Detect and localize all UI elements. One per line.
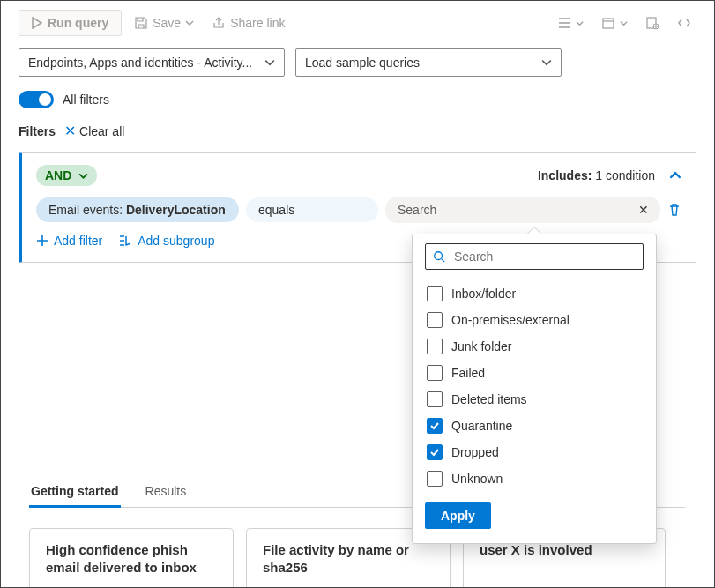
value-picker-popup: Inbox/folderOn-premises/externalJunk fol… [412, 234, 657, 544]
query-card[interactable]: High confidence phish email delivered to… [29, 528, 234, 588]
chevron-down-icon [185, 19, 194, 27]
list-view-button[interactable] [552, 12, 589, 33]
add-filter-button[interactable]: Add filter [36, 234, 102, 248]
share-label: Share link [230, 16, 285, 30]
add-filter-label: Add filter [54, 234, 102, 248]
checkbox[interactable] [427, 391, 443, 407]
apply-button[interactable]: Apply [425, 502, 491, 529]
popup-search-box[interactable] [425, 243, 644, 270]
svg-point-3 [435, 252, 443, 260]
chevron-down-icon [576, 19, 584, 27]
operator-label: AND [45, 168, 71, 182]
checkbox[interactable] [427, 365, 443, 381]
sample-queries-dropdown[interactable]: Load sample queries [295, 48, 562, 77]
popup-option[interactable]: Deleted items [425, 386, 644, 413]
new-query-icon [645, 16, 659, 30]
option-label: Deleted items [451, 392, 527, 406]
scope-dropdown[interactable]: Endpoints, Apps and identities - Activit… [19, 48, 285, 77]
option-label: Dropped [451, 445, 499, 459]
clear-value-button[interactable]: ✕ [634, 200, 653, 220]
new-query-button[interactable] [640, 12, 665, 33]
save-button[interactable]: Save [129, 12, 199, 33]
code-button[interactable] [672, 12, 696, 33]
all-filters-row: All filters [1, 87, 714, 117]
close-icon: ✕ [64, 123, 76, 139]
checkbox[interactable] [427, 312, 443, 328]
filter-field-pill[interactable]: Email events: DeliveryLocation [36, 197, 239, 222]
tab-getting-started[interactable]: Getting started [29, 477, 121, 508]
popup-option[interactable]: On-premises/external [425, 307, 644, 333]
filter-operator-pill[interactable]: equals [246, 197, 378, 222]
filter-value-placeholder: Search [398, 203, 436, 217]
all-filters-label: All filters [63, 93, 109, 107]
option-label: Junk folder [451, 339, 511, 354]
search-icon [433, 250, 445, 263]
popup-option[interactable]: Inbox/folder [425, 280, 644, 307]
subgroup-icon [118, 234, 132, 247]
all-filters-toggle[interactable] [19, 91, 54, 108]
chevron-down-icon [78, 171, 88, 181]
calendar-button[interactable] [596, 12, 633, 33]
clear-all-button[interactable]: ✕ Clear all [64, 123, 124, 139]
includes-text: Includes: 1 condition [538, 168, 655, 182]
scope-label: Endpoints, Apps and identities - Activit… [28, 56, 252, 70]
tab-results[interactable]: Results [144, 477, 189, 507]
operator-pill[interactable]: AND [36, 165, 97, 186]
share-button[interactable]: Share link [206, 12, 290, 33]
save-icon [134, 16, 148, 30]
clear-all-label: Clear all [79, 124, 124, 138]
calendar-icon [601, 16, 615, 30]
popup-search-input[interactable] [452, 249, 636, 264]
chevron-down-icon [264, 57, 275, 68]
filter-operator-label: equals [258, 203, 294, 217]
filters-header: Filters ✕ Clear all [1, 117, 714, 148]
run-query-button[interactable]: Run query [19, 10, 122, 36]
checkbox[interactable] [427, 339, 443, 354]
code-icon [677, 16, 691, 30]
top-toolbar: Run query Save Share link [1, 1, 714, 43]
option-label: Inbox/folder [451, 287, 516, 301]
checkbox[interactable] [427, 444, 443, 460]
save-label: Save [153, 16, 181, 30]
option-label: Failed [451, 366, 485, 380]
run-query-label: Run query [48, 16, 108, 30]
collapse-card-button[interactable] [669, 169, 681, 182]
filter-value-input[interactable]: Search ✕ [385, 197, 660, 223]
option-label: On-premises/external [451, 313, 570, 327]
filter-field-text: Email events: DeliveryLocation [48, 203, 226, 217]
option-label: Quarantine [451, 419, 512, 433]
popup-option[interactable]: Dropped [425, 439, 644, 465]
add-subgroup-button[interactable]: Add subgroup [118, 234, 214, 248]
filters-label: Filters [19, 124, 56, 138]
sample-label: Load sample queries [305, 56, 420, 70]
chevron-down-icon [620, 19, 628, 27]
plus-icon [36, 234, 48, 247]
svg-rect-0 [603, 19, 614, 28]
chevron-down-icon [541, 57, 552, 68]
popup-option[interactable]: Unknown [425, 465, 644, 492]
list-icon [557, 16, 571, 30]
popup-option[interactable]: Quarantine [425, 413, 644, 439]
play-icon [32, 17, 42, 29]
checkbox[interactable] [427, 418, 443, 434]
selector-row: Endpoints, Apps and identities - Activit… [1, 43, 714, 87]
checkbox[interactable] [427, 286, 443, 301]
share-icon [212, 16, 226, 30]
delete-filter-button[interactable] [667, 203, 681, 217]
popup-option[interactable]: Failed [425, 360, 644, 386]
popup-option[interactable]: Junk folder [425, 333, 644, 360]
add-subgroup-label: Add subgroup [138, 234, 214, 248]
checkbox[interactable] [427, 471, 443, 487]
option-label: Unknown [451, 472, 503, 486]
